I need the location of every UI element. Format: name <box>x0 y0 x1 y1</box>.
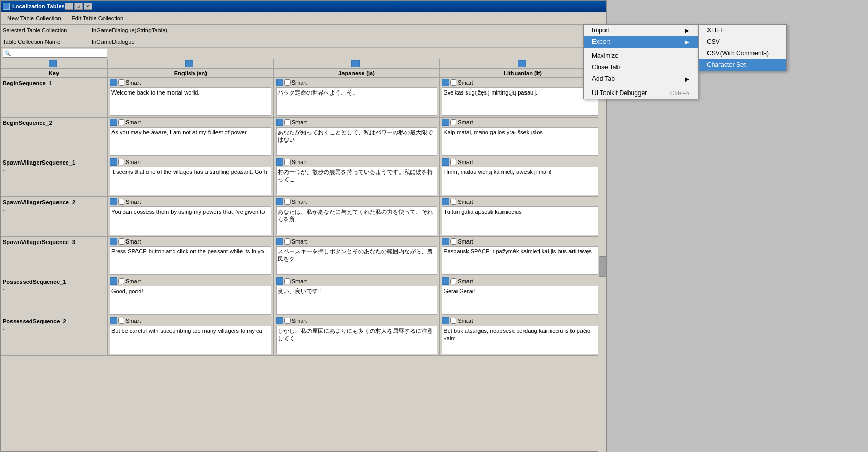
lithuanian-text[interactable]: Tu turi galia apsėsti kaimiecius <box>442 206 603 235</box>
japanese-icon-btn[interactable] <box>276 198 283 205</box>
japanese-smart-checkbox[interactable] <box>284 238 291 245</box>
key-cell: SpawnVillagerSequence_1 - <box>1 157 108 196</box>
japanese-text[interactable]: バック定命の世界へようこそ。 <box>276 87 438 116</box>
key-name: PossessedSequence_1 <box>3 279 105 285</box>
japanese-smart-label: Smart <box>292 79 307 86</box>
search-input[interactable] <box>3 49 107 58</box>
japanese-text[interactable]: スペースキーを押しボタンとそのあなたの範囲内ながら、農民をク <box>276 246 438 275</box>
lithuanian-cell-toolbar: Smart <box>442 158 603 166</box>
lithuanian-cell-toolbar: Smart <box>442 238 603 245</box>
lithuanian-smart-checkbox[interactable] <box>450 318 456 324</box>
english-smart-checkbox[interactable] <box>118 278 124 284</box>
lithuanian-smart-checkbox[interactable] <box>450 159 456 165</box>
lithuanian-text[interactable]: Gerai Gerai! <box>442 286 603 315</box>
key-name: SpawnVillagerSequence_2 <box>3 199 105 205</box>
lithuanian-smart-label: Smart <box>458 318 473 324</box>
lithuanian-icon-btn[interactable] <box>442 79 449 86</box>
english-text[interactable]: Press SPACE button and click on the peas… <box>110 246 271 275</box>
csv-submenu-item[interactable]: CSV <box>699 36 786 48</box>
japanese-smart-checkbox[interactable] <box>284 278 291 284</box>
english-icon-btn[interactable] <box>110 158 117 166</box>
new-table-collection-button[interactable]: New Table Collection <box>3 14 66 23</box>
japanese-smart-checkbox[interactable] <box>284 318 291 324</box>
lithuanian-cell: Smart Hmm, matau vieną kaimietį, atvesk … <box>440 157 606 196</box>
csv-label: CSV <box>707 38 720 45</box>
lithuanian-text[interactable]: Paspausk SPACE ir pažymėk kaimietį kai j… <box>442 246 603 275</box>
english-icon-btn[interactable] <box>110 277 117 285</box>
japanese-text[interactable]: 良い、良いです！ <box>276 286 438 315</box>
japanese-icon-btn[interactable] <box>276 79 283 86</box>
japanese-icon-btn[interactable] <box>276 277 283 285</box>
key-name: PossessedSequence_2 <box>3 318 105 324</box>
lithuanian-icon-btn[interactable] <box>442 119 449 126</box>
scrollbar[interactable] <box>598 59 606 452</box>
japanese-smart-checkbox[interactable] <box>284 199 291 205</box>
japanese-text[interactable]: しかし、私の原因にあまりにも多くの村人を屈辱するに注意してく <box>276 326 438 354</box>
lithuanian-smart-checkbox[interactable] <box>450 199 456 205</box>
lithuanian-icon-btn[interactable] <box>442 238 449 245</box>
lithuanian-smart-label: Smart <box>458 79 473 86</box>
lithuanian-text[interactable]: Kaip matai, mano galios yra išsekusios <box>442 127 603 156</box>
key-cell: SpawnVillagerSequence_2 - <box>1 197 108 236</box>
close-button[interactable]: × <box>84 3 92 10</box>
japanese-text[interactable]: 村の一つが、散歩の農民を持っているようです。私に彼を持ってこ <box>276 167 438 195</box>
key-dash: - <box>3 206 5 213</box>
english-icon-btn[interactable] <box>110 79 117 86</box>
english-text[interactable]: Good, good! <box>110 286 271 315</box>
export-submenu: XLIFF CSV CSV(With Comments) Character S… <box>698 24 787 71</box>
maximize-button[interactable]: □ <box>74 3 83 10</box>
lithuanian-icon-btn[interactable] <box>442 158 449 166</box>
english-smart-checkbox[interactable] <box>118 199 124 205</box>
lithuanian-cell: Smart Bet būk atsargus, neapsėsk perdaug… <box>440 316 606 355</box>
minimize-button[interactable]: _ <box>65 3 73 10</box>
lithuanian-smart-checkbox[interactable] <box>450 79 456 86</box>
key-name: SpawnVillagerSequence_1 <box>3 159 105 166</box>
english-cell: Smart As you may be aware, I am not at m… <box>108 118 274 157</box>
english-text[interactable]: Welcome back to the mortal world. <box>110 87 271 116</box>
lithuanian-text[interactable]: Hmm, matau vieną kaimietį, atvesk jį man… <box>442 167 603 195</box>
lithuanian-cell-toolbar: Smart <box>442 198 603 205</box>
csv-comments-submenu-item[interactable]: CSV(With Comments) <box>699 48 786 59</box>
lithuanian-smart-label: Smart <box>458 159 473 165</box>
japanese-icon-btn[interactable] <box>276 238 283 245</box>
english-text[interactable]: As you may be aware, I am not at my full… <box>110 127 271 156</box>
japanese-icon-btn[interactable] <box>276 119 283 126</box>
english-text[interactable]: But be careful with succumbing too many … <box>110 326 271 354</box>
english-icon-btn[interactable] <box>110 198 117 205</box>
japanese-smart-checkbox[interactable] <box>284 159 291 165</box>
japanese-text[interactable]: あなたは、私があなたに与えてくれた私の力を使って、それらを所 <box>276 206 438 235</box>
japanese-text[interactable]: あなたが知っておくこととして、私はパワーの私の最大限ではない <box>276 127 438 156</box>
japanese-icon-btn[interactable] <box>276 317 283 324</box>
xliff-submenu-item[interactable]: XLIFF <box>699 25 786 36</box>
lithuanian-cell-toolbar: Smart <box>442 119 603 126</box>
english-text[interactable]: It seems that one of the villages has a … <box>110 167 271 195</box>
character-set-submenu-item[interactable]: Character Set <box>699 59 786 71</box>
english-icon-btn[interactable] <box>110 119 117 126</box>
english-smart-checkbox[interactable] <box>118 318 124 324</box>
english-smart-checkbox[interactable] <box>118 79 124 86</box>
table-body: BeginSequence_1 - Smart Welcome back to … <box>1 78 606 443</box>
export-arrow: ▶ <box>685 39 689 45</box>
japanese-cell: Smart しかし、私の原因にあまりにも多くの村人を屈辱するに注意してく <box>274 316 440 355</box>
english-smart-checkbox[interactable] <box>118 119 124 125</box>
lithuanian-smart-checkbox[interactable] <box>450 119 456 125</box>
lithuanian-smart-checkbox[interactable] <box>450 278 456 284</box>
key-column-icon-header <box>1 59 108 68</box>
lithuanian-smart-checkbox[interactable] <box>450 238 456 245</box>
japanese-smart-checkbox[interactable] <box>284 79 291 86</box>
lithuanian-icon-btn[interactable] <box>442 317 449 324</box>
english-text[interactable]: You can possess them by using my powers … <box>110 206 271 235</box>
lithuanian-text[interactable]: Bet būk atsargus, neapsėsk perdaug kaimi… <box>442 326 603 354</box>
english-icon-btn[interactable] <box>110 238 117 245</box>
japanese-icon-btn[interactable] <box>276 158 283 166</box>
lithuanian-icon-btn[interactable] <box>442 198 449 205</box>
english-icon-btn[interactable] <box>110 317 117 324</box>
scrollbar-thumb[interactable] <box>599 256 606 277</box>
english-smart-checkbox[interactable] <box>118 238 124 245</box>
japanese-smart-checkbox[interactable] <box>284 119 291 125</box>
lithuanian-text[interactable]: Sveikas sugrįžęs į mirtingųjų pasaulį. <box>442 87 603 116</box>
lithuanian-icon-btn[interactable] <box>442 277 449 285</box>
japanese-smart-label: Smart <box>292 238 307 245</box>
english-smart-checkbox[interactable] <box>118 159 124 165</box>
edit-table-collection-button[interactable]: Edit Table Collection <box>67 14 128 23</box>
